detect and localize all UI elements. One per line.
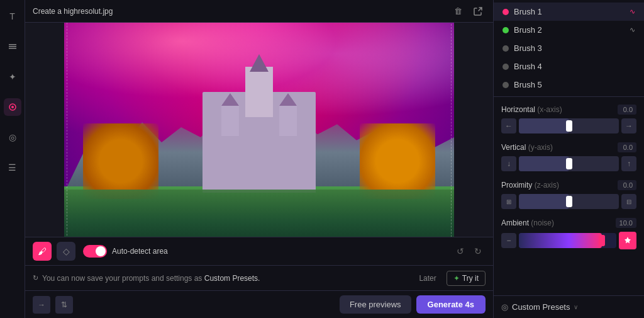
brush-dot-4 [502,64,509,70]
right-panel: Brush 1 ∿ Brush 2 ∿ Brush 3 Brush 4 Brus… [493,0,644,318]
undo-redo: ↺ ↻ [453,244,486,259]
ambient-slider-row: − [501,232,636,249]
main-area: Create a highresolut.jpg 🗑 [25,0,493,318]
vertical-slider-row: ↓ ↑ [501,156,636,171]
try-button[interactable]: ✦ Try it [447,271,486,286]
brush-dot-3 [502,45,509,52]
brush-dot-5 [502,82,509,88]
brush-item-4[interactable]: Brush 4 [494,57,644,76]
auto-detect-label: Auto-detect area [112,247,168,256]
horizontal-right-button[interactable]: → [621,118,636,133]
ambient-control: Ambient (noise) 10.0 − [501,218,636,249]
horizontal-control: Horizontal (x-axis) 0.0 ← → [501,105,636,133]
tool-row: 🖌 ◇ Auto-detect area ↺ ↻ [25,237,493,265]
proximity-slider-row: ⊞ ⊟ [501,194,636,209]
vertical-label: Vertical (y-axis) [501,143,553,152]
ambient-header: Ambient (noise) 10.0 [501,218,636,228]
ambient-slider-track[interactable] [519,233,616,248]
tool-brush-active[interactable] [4,98,21,116]
vertical-right-button[interactable]: ↑ [621,156,636,171]
brush-dot-2 [502,27,509,33]
notification-bar: ↻ You can now save your prompts and sett… [25,265,493,290]
footer-left: → ⇅ [33,296,73,314]
horizontal-slider-row: ← → [501,118,636,133]
controls-section: Horizontal (x-axis) 0.0 ← → Vertical (y-… [494,97,644,295]
brush-tool-button[interactable]: 🖌 [33,242,52,261]
brush-label-3: Brush 3 [514,43,635,53]
canvas-wrapper [25,23,493,237]
export-icon[interactable] [470,4,486,19]
svg-point-1 [11,106,14,108]
tool-sparkle[interactable]: ✦ [4,68,21,86]
proximity-header: Proximity (z-axis) 0.0 [501,180,636,190]
try-icon: ✦ [453,274,460,283]
vertical-slider-track[interactable] [519,156,619,171]
proximity-value: 0.0 [618,180,636,190]
auto-detect-toggle-container: Auto-detect area [83,245,168,258]
proximity-axis: (z-axis) [535,181,559,190]
top-bar-actions: 🗑 [450,4,486,19]
brush-list: Brush 1 ∿ Brush 2 ∿ Brush 3 Brush 4 Brus… [494,0,644,97]
footer-arrow-icon[interactable]: → [33,296,50,314]
later-button[interactable]: Later [414,271,441,285]
tool-layers[interactable] [4,38,21,55]
notification-actions: Later ✦ Try it [414,271,486,286]
ambient-right-button[interactable] [619,232,636,249]
horizontal-slider-track[interactable] [519,118,619,133]
brush-item-2[interactable]: Brush 2 ∿ [494,21,644,39]
brush-wave-2: ∿ [630,26,635,34]
undo-button[interactable]: ↺ [453,244,468,259]
notification-icon: ↻ [33,274,38,282]
proximity-right-button[interactable]: ⊟ [621,194,636,209]
proximity-slider-track[interactable] [519,194,619,209]
ambient-left-button[interactable]: − [501,233,516,248]
preset-circle-icon: ◎ [501,302,508,312]
top-bar: Create a highresolut.jpg 🗑 [25,0,493,23]
brush-label-4: Brush 4 [514,62,635,71]
generate-button[interactable]: Generate 4s [416,295,486,314]
canvas-image[interactable] [64,23,454,237]
ambient-label: Ambient (noise) [501,219,554,227]
brush-item-1[interactable]: Brush 1 ∿ [494,3,644,21]
try-label: Try it [462,274,479,283]
ambient-axis: (noise) [531,219,554,227]
free-previews-button[interactable]: Free previews [340,295,411,314]
left-toolbar: T ✦ ◎ ☰ [0,0,25,318]
horizontal-left-button[interactable]: ← [501,118,516,133]
redo-button[interactable]: ↻ [470,244,486,259]
auto-detect-toggle[interactable] [83,245,107,258]
horizontal-axis: (x-axis) [537,105,562,114]
proximity-label: Proximity (z-axis) [501,181,559,190]
vertical-axis: (y-axis) [528,143,553,152]
ambient-value: 10.0 [616,218,636,228]
preset-chevron-icon: ∨ [574,304,578,310]
tool-text[interactable]: T [4,8,21,25]
vertical-control: Vertical (y-axis) 0.0 ↓ ↑ [501,142,636,171]
tool-circle[interactable]: ◎ [4,128,21,146]
tool-layers2[interactable]: ☰ [4,159,21,176]
brush-wave-1: ∿ [630,8,635,16]
brush-label-1: Brush 1 [514,7,625,16]
notification-text: You can now save your prompts and settin… [42,274,414,283]
custom-presets-button[interactable]: ◎ Custom Presets ∨ [501,302,578,312]
panel-footer: ◎ Custom Presets ∨ [494,295,644,318]
proximity-left-button[interactable]: ⊞ [501,194,516,209]
footer-tool-icon[interactable]: ⇅ [55,296,73,314]
brush-label-2: Brush 2 [514,25,625,35]
brush-item-3[interactable]: Brush 3 [494,39,644,57]
brush-dot-1 [502,9,509,15]
brush-item-5[interactable]: Brush 5 [494,76,644,94]
vertical-left-button[interactable]: ↓ [501,156,516,171]
erase-tool-button[interactable]: ◇ [57,242,75,261]
custom-presets-label: Custom Presets [512,302,570,312]
document-title: Create a highresolut.jpg [33,7,113,16]
vertical-value: 0.0 [618,142,636,152]
proximity-control: Proximity (z-axis) 0.0 ⊞ ⊟ [501,180,636,209]
delete-icon[interactable]: 🗑 [450,4,465,19]
horizontal-header: Horizontal (x-axis) 0.0 [501,105,636,115]
horizontal-label: Horizontal (x-axis) [501,105,562,114]
horizontal-value: 0.0 [618,105,636,115]
footer-bar: → ⇅ Free previews Generate 4s [25,290,493,318]
vertical-header: Vertical (y-axis) 0.0 [501,142,636,152]
brush-label-5: Brush 5 [514,80,635,89]
